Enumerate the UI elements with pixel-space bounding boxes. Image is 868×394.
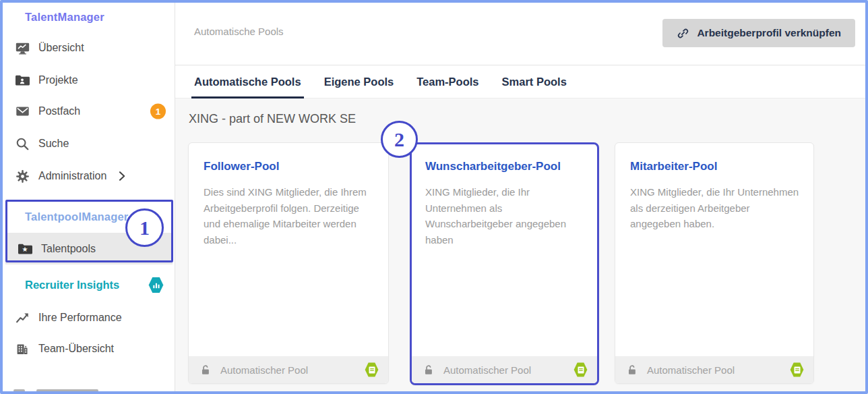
pool-type-label: Automatischer Pool xyxy=(220,364,308,376)
sidebar-item-label: Administration xyxy=(38,170,106,182)
tab-team-pools[interactable]: Team-Pools xyxy=(416,66,478,98)
lock-open-icon xyxy=(199,364,212,376)
envelope-icon xyxy=(14,105,30,118)
sidebar-item-label: Ihre Performance xyxy=(38,312,122,324)
company-section-title: XING - part of NEW WORK SE xyxy=(189,112,865,126)
cutoff-nav-item-label xyxy=(36,389,98,392)
search-icon xyxy=(14,137,30,151)
sidebar-item-postfach[interactable]: Postfach 1 xyxy=(3,96,173,127)
main-area: Automatische Pools Arbeitgeberprofil ver… xyxy=(175,3,865,391)
lock-open-icon xyxy=(423,364,435,376)
pool-card-mitarbeiter[interactable]: Mitarbeiter-Pool XING Mitglieder, die Ih… xyxy=(615,142,814,384)
sidebar-section-talentmanager: TalentManager xyxy=(25,11,104,24)
pool-card-description: Dies sind XING Mitglieder, die Ihrem Arb… xyxy=(204,184,375,248)
pool-card-footer: Automatischer Pool xyxy=(615,356,813,383)
sidebar-item-administration[interactable]: Administration xyxy=(3,161,173,192)
sidebar-item-label: Postfach xyxy=(38,105,80,117)
sidebar-item-suche[interactable]: Suche xyxy=(3,128,173,159)
building-icon xyxy=(14,342,30,356)
tab-smart-pools[interactable]: Smart Pools xyxy=(502,66,567,98)
chevron-right-icon xyxy=(117,171,127,181)
pools-content: XING - part of NEW WORK SE Follower-Pool… xyxy=(175,98,865,391)
app-window: TalentManager Übersicht Projekte Postfac… xyxy=(0,0,868,394)
pool-card-description: XING Mitglieder, die Ihr Unternehmen als… xyxy=(630,184,800,232)
breadcrumb: Automatische Pools xyxy=(194,26,284,37)
insights-hexagon-badge-icon xyxy=(148,277,164,293)
annotation-circle-step1: 1 xyxy=(125,208,164,247)
pool-card-wunscharbeitgeber[interactable]: Wunscharbeitgeber-Pool XING Mitglieder, … xyxy=(410,142,599,385)
lock-open-icon xyxy=(626,364,639,376)
pool-card-title: Mitarbeiter-Pool xyxy=(630,160,800,173)
pool-card-title: Follower-Pool xyxy=(204,160,375,173)
recruiter-insights-title: Recruiter Insights xyxy=(25,279,119,291)
pool-tabs: Automatische Pools Eigene Pools Team-Poo… xyxy=(175,66,865,98)
pool-type-label: Automatischer Pool xyxy=(647,364,735,376)
sidebar-item-team-uebersicht[interactable]: Team-Übersicht xyxy=(3,333,173,364)
company-hexagon-badge-icon xyxy=(790,362,804,378)
link-employer-profile-button[interactable]: Arbeitgeberprofil verknüpfen xyxy=(662,19,855,47)
tab-eigene-pools[interactable]: Eigene Pools xyxy=(324,66,394,98)
postfach-unread-badge: 1 xyxy=(150,104,166,119)
sidebar-section-recruiter-insights: Recruiter Insights xyxy=(3,277,175,293)
sidebar-item-label: Projekte xyxy=(38,74,78,86)
sidebar-item-uebersicht[interactable]: Übersicht xyxy=(3,32,173,63)
sidebar-item-ihre-performance[interactable]: Ihre Performance xyxy=(3,302,173,333)
sidebar-item-label: Übersicht xyxy=(38,42,84,54)
sidebar-item-projekte[interactable]: Projekte xyxy=(3,65,173,96)
tab-automatische-pools[interactable]: Automatische Pools xyxy=(194,66,301,98)
pool-card-footer: Automatischer Pool xyxy=(412,356,597,383)
performance-chart-icon xyxy=(14,311,30,325)
monitor-chart-icon xyxy=(14,41,30,55)
folder-person-icon xyxy=(14,74,30,87)
pool-card-follower[interactable]: Follower-Pool Dies sind XING Mitglieder,… xyxy=(188,142,389,384)
annotation-circle-step2: 2 xyxy=(381,121,418,158)
pool-card-footer: Automatischer Pool xyxy=(189,356,388,383)
page-header: Automatische Pools Arbeitgeberprofil ver… xyxy=(175,3,865,65)
link-button-label: Arbeitgeberprofil verknüpfen xyxy=(697,27,841,39)
gear-icon xyxy=(14,169,30,184)
sidebar-item-label: Team-Übersicht xyxy=(38,343,114,355)
link-icon xyxy=(677,27,689,40)
company-hexagon-badge-icon xyxy=(365,362,379,378)
cutoff-nav-item-icon xyxy=(13,389,25,392)
sidebar: TalentManager Übersicht Projekte Postfac… xyxy=(3,3,175,391)
pool-card-description: XING Mitglieder, die Ihr Unternehmen als… xyxy=(425,184,585,248)
pool-cards-row: Follower-Pool Dies sind XING Mitglieder,… xyxy=(188,142,865,385)
company-hexagon-badge-icon xyxy=(574,362,588,378)
sidebar-item-label: Suche xyxy=(38,138,69,150)
pool-type-label: Automatischer Pool xyxy=(443,364,531,376)
pool-card-title: Wunscharbeitgeber-Pool xyxy=(425,160,585,173)
